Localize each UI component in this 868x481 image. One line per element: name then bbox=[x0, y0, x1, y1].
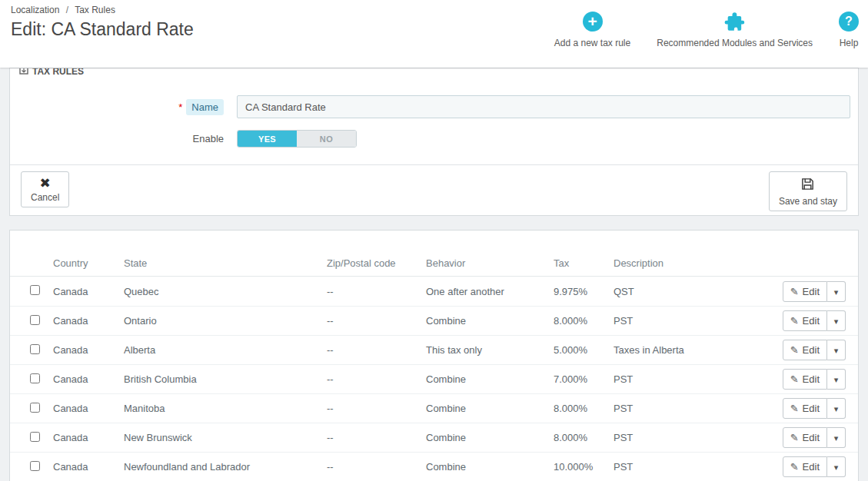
row-checkbox[interactable] bbox=[30, 461, 40, 471]
enable-toggle-yes[interactable]: YES bbox=[238, 131, 297, 147]
edit-button[interactable]: Edit bbox=[783, 456, 827, 477]
row-checkbox[interactable] bbox=[30, 403, 40, 413]
row-tax: 9.975% bbox=[554, 286, 614, 297]
row-checkbox[interactable] bbox=[30, 315, 40, 325]
edit-button[interactable]: Edit bbox=[783, 310, 827, 331]
row-checkbox[interactable] bbox=[30, 432, 40, 442]
row-behavior: Combine bbox=[426, 461, 554, 473]
row-state: Ontario bbox=[124, 315, 327, 327]
save-and-stay-button[interactable]: Save and stay bbox=[769, 171, 847, 211]
edit-dropdown-toggle[interactable] bbox=[827, 310, 846, 331]
row-zip: -- bbox=[327, 286, 426, 297]
edit-button[interactable]: Edit bbox=[783, 281, 827, 302]
tax-rules-table-panel: Country State Zip/Postal code Behavior T… bbox=[9, 230, 859, 481]
table-row: Canada British Columbia -- Combine 7.000… bbox=[10, 364, 858, 393]
save-and-stay-label: Save and stay bbox=[779, 196, 837, 207]
row-behavior: Combine bbox=[426, 403, 554, 414]
breadcrumb-tax-rules[interactable]: Tax Rules bbox=[75, 5, 115, 15]
recommended-modules-button[interactable]: Recommended Modules and Services bbox=[657, 9, 813, 48]
name-label: Name bbox=[186, 99, 224, 115]
table-row: Canada Newfoundland and Labrador -- Comb… bbox=[10, 452, 858, 481]
pencil-icon bbox=[790, 315, 799, 327]
row-country: Canada bbox=[53, 315, 124, 327]
row-state: Alberta bbox=[124, 344, 327, 356]
edit-dropdown-toggle[interactable] bbox=[827, 369, 846, 390]
row-checkbox[interactable] bbox=[30, 344, 40, 354]
chevron-down-icon bbox=[834, 432, 839, 443]
row-tax: 5.000% bbox=[554, 344, 614, 356]
edit-button[interactable]: Edit bbox=[783, 398, 827, 419]
edit-button[interactable]: Edit bbox=[783, 369, 827, 390]
row-country: Canada bbox=[53, 461, 124, 473]
enable-label: Enable bbox=[193, 133, 224, 144]
chevron-down-icon bbox=[834, 403, 839, 414]
help-button[interactable]: Help bbox=[839, 9, 859, 48]
edit-dropdown-toggle[interactable] bbox=[827, 281, 846, 302]
table-body: Canada Quebec -- One after another 9.975… bbox=[10, 277, 858, 481]
row-behavior: Combine bbox=[426, 432, 554, 443]
row-description: PST bbox=[614, 315, 772, 327]
edit-split-button: Edit bbox=[783, 398, 846, 419]
edit-button[interactable]: Edit bbox=[783, 340, 827, 360]
row-behavior: Combine bbox=[426, 373, 554, 385]
row-country: Canada bbox=[53, 373, 124, 385]
breadcrumb-localization[interactable]: Localization bbox=[11, 5, 59, 15]
pencil-icon bbox=[790, 403, 799, 414]
row-description: PST bbox=[614, 373, 772, 385]
page-header: Localization / Tax Rules Edit: CA Standa… bbox=[0, 0, 868, 68]
enable-toggle-no[interactable]: NO bbox=[297, 131, 356, 147]
header-description: Description bbox=[614, 257, 772, 269]
row-country: Canada bbox=[53, 432, 124, 443]
edit-split-button: Edit bbox=[783, 281, 846, 302]
row-zip: -- bbox=[327, 432, 426, 443]
help-label: Help bbox=[840, 38, 859, 48]
pencil-icon bbox=[790, 432, 799, 443]
row-zip: -- bbox=[327, 344, 426, 356]
row-checkbox[interactable] bbox=[30, 285, 40, 295]
add-tax-rule-label: Add a new tax rule bbox=[554, 38, 630, 48]
row-tax: 7.000% bbox=[554, 373, 614, 385]
edit-dropdown-toggle[interactable] bbox=[827, 456, 846, 477]
edit-label: Edit bbox=[803, 461, 820, 473]
edit-button[interactable]: Edit bbox=[783, 427, 827, 448]
table-row: Canada Ontario -- Combine 8.000% PST Edi… bbox=[10, 306, 858, 335]
edit-dropdown-toggle[interactable] bbox=[827, 398, 846, 419]
chevron-down-icon bbox=[834, 286, 839, 297]
edit-dropdown-toggle[interactable] bbox=[827, 340, 846, 360]
row-zip: -- bbox=[327, 315, 426, 327]
edit-split-button: Edit bbox=[783, 369, 846, 390]
row-description: QST bbox=[614, 286, 772, 297]
row-tax: 10.000% bbox=[554, 461, 614, 473]
edit-label: Edit bbox=[803, 373, 820, 385]
header-actions: Add a new tax rule Recommended Modules a… bbox=[554, 9, 859, 48]
header-country: Country bbox=[53, 257, 124, 269]
pencil-icon bbox=[790, 461, 799, 473]
header-behavior: Behavior bbox=[426, 257, 554, 269]
edit-split-button: Edit bbox=[783, 340, 846, 360]
row-tax: 8.000% bbox=[554, 315, 614, 327]
row-tax: 8.000% bbox=[554, 403, 614, 414]
edit-split-button: Edit bbox=[783, 456, 846, 477]
cancel-button[interactable]: Cancel bbox=[21, 171, 69, 207]
row-state: British Columbia bbox=[124, 373, 327, 385]
name-label-wrap: *Name bbox=[10, 99, 224, 115]
edit-split-button: Edit bbox=[783, 427, 846, 448]
enable-field-row: Enable YES NO bbox=[10, 130, 850, 148]
table-header-row: Country State Zip/Postal code Behavior T… bbox=[10, 250, 858, 277]
table-row: Canada Alberta -- This tax only 5.000% T… bbox=[10, 335, 858, 364]
cancel-label: Cancel bbox=[31, 192, 59, 203]
edit-dropdown-toggle[interactable] bbox=[827, 427, 846, 448]
row-description: PST bbox=[614, 432, 772, 443]
add-tax-rule-button[interactable]: Add a new tax rule bbox=[554, 9, 630, 48]
table-row: Canada New Brunswick -- Combine 8.000% P… bbox=[10, 423, 858, 452]
row-zip: -- bbox=[327, 461, 426, 473]
chevron-down-icon bbox=[834, 373, 839, 385]
edit-label: Edit bbox=[803, 403, 820, 414]
plus-circle-icon bbox=[583, 9, 603, 34]
chevron-down-icon bbox=[834, 315, 839, 327]
row-country: Canada bbox=[53, 344, 124, 356]
header-tax: Tax bbox=[554, 257, 614, 269]
row-country: Canada bbox=[53, 286, 124, 297]
row-checkbox[interactable] bbox=[30, 373, 40, 383]
name-input[interactable] bbox=[237, 95, 850, 118]
